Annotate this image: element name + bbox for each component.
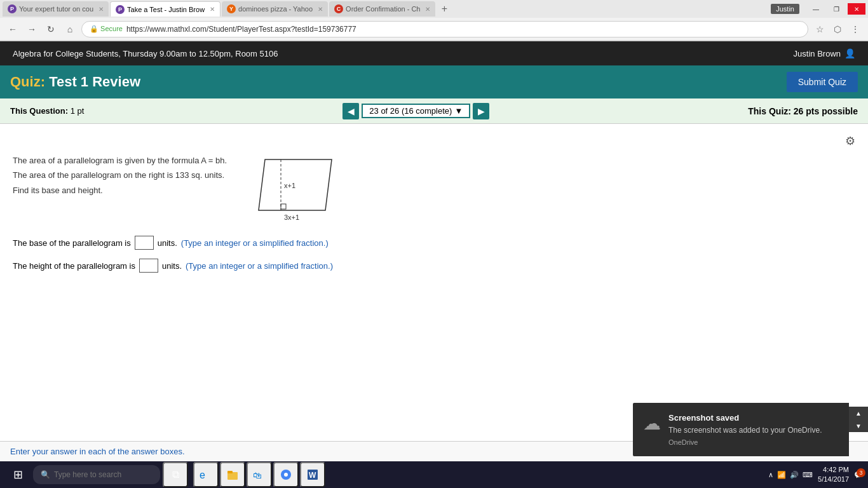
tab-3[interactable]: Y dominoes pizza - Yahoo ✕ <box>222 1 328 17</box>
nav-center: ◀ 23 of 26 (16 complete) ▼ ▶ <box>342 103 489 119</box>
question-pts-value: 1 pt <box>71 106 85 116</box>
question-line3: Find its base and height. <box>13 183 227 198</box>
base-answer-row: The base of the parallelogram is units. … <box>13 236 855 250</box>
main-content: ⚙ The area of a parallelogram is given b… <box>0 124 868 292</box>
question-indicator: 23 of 26 (16 complete) ▼ <box>362 104 470 118</box>
height-answer-prefix: The height of the parallelogram is <box>13 261 135 271</box>
url-bar[interactable]: 🔒 Secure https://www.mathxl.com/Student/… <box>81 21 808 37</box>
next-question-button[interactable]: ▶ <box>473 103 489 119</box>
tab2-close[interactable]: ✕ <box>210 6 215 13</box>
app-header: Algebra for College Students, Thursday 9… <box>0 41 868 65</box>
question-nav-bar: This Question: 1 pt ◀ 23 of 26 (16 compl… <box>0 98 868 124</box>
quiz-name: Test 1 Review <box>49 74 140 90</box>
question-indicator-text: 23 of 26 (16 complete) <box>369 106 452 116</box>
tab2-label: Take a Test - Justin Brow <box>127 6 205 13</box>
tab2-favicon: P <box>116 5 125 14</box>
height-answer-row: The height of the parallelogram is units… <box>13 259 855 273</box>
prev-question-button[interactable]: ◀ <box>342 103 359 119</box>
question-text: The area of a parallelogram is given by … <box>13 153 227 198</box>
quiz-header: Quiz: Test 1 Review Submit Quiz <box>0 65 868 98</box>
window-controls: Justin — ❐ ✕ <box>771 3 865 15</box>
parallelogram-svg: x+1 3x+1 <box>246 153 348 223</box>
dropdown-icon[interactable]: ▼ <box>454 106 463 116</box>
tab4-label: Order Confirmation - Ch <box>346 5 420 13</box>
parallelogram-figure: x+1 3x+1 <box>246 153 348 223</box>
question-area: The area of a parallelogram is given by … <box>13 153 855 223</box>
forward-button[interactable]: → <box>24 22 39 37</box>
favorites-button[interactable]: ☆ <box>812 22 827 37</box>
tab1-favicon: P <box>8 4 17 13</box>
svg-rect-2 <box>281 204 286 209</box>
maximize-button[interactable]: ❐ <box>827 3 845 15</box>
course-title: Algebra for College Students, Thursday 9… <box>13 49 278 58</box>
refresh-button[interactable]: ↻ <box>43 22 58 37</box>
height-answer-input[interactable] <box>139 259 158 273</box>
base-answer-prefix: The base of the parallelogram is <box>13 238 131 248</box>
home-button[interactable]: ⌂ <box>62 22 78 37</box>
question-line1: The area of a parallelogram is given by … <box>13 153 227 168</box>
tab-2[interactable]: P Take a Test - Justin Brow ✕ <box>110 1 220 17</box>
tab3-favicon: Y <box>227 4 236 13</box>
quiz-label: Quiz: <box>10 74 45 90</box>
tab3-label: dominoes pizza - Yahoo <box>238 5 313 13</box>
tab1-label: Your expert tutor on cou <box>19 5 93 13</box>
close-button[interactable]: ✕ <box>848 3 865 15</box>
question-points: This Question: 1 pt <box>10 106 84 116</box>
tab1-close[interactable]: ✕ <box>98 6 104 13</box>
submit-quiz-button[interactable]: Submit Quiz <box>787 72 858 92</box>
title-bar: P Your expert tutor on cou ✕ P Take a Te… <box>0 0 868 18</box>
base-answer-suffix: units. <box>158 238 177 248</box>
svg-text:3x+1: 3x+1 <box>284 214 299 221</box>
this-question-label: This Question: <box>10 106 68 116</box>
tab4-close[interactable]: ✕ <box>425 6 430 13</box>
browser-actions: ☆ ⬡ ⋮ <box>812 22 863 37</box>
username: Justin Brown <box>794 49 841 58</box>
settings-row: ⚙ <box>13 134 855 148</box>
minimize-button[interactable]: — <box>807 3 825 15</box>
settings-icon[interactable]: ⚙ <box>845 134 855 148</box>
this-quiz-label: This Quiz: <box>748 106 791 116</box>
user-info: Justin Brown 👤 <box>794 48 855 58</box>
svg-text:x+1: x+1 <box>284 182 295 189</box>
url-text: https://www.mathxl.com/Student/PlayerTes… <box>126 25 356 34</box>
height-answer-hint: (Type an integer or a simplified fractio… <box>186 261 333 271</box>
tab4-favicon: C <box>334 4 343 13</box>
menu-button[interactable]: ⋮ <box>848 22 863 37</box>
address-bar: ← → ↻ ⌂ 🔒 Secure https://www.mathxl.com/… <box>0 18 868 41</box>
tab-1[interactable]: P Your expert tutor on cou ✕ <box>3 1 109 17</box>
user-profile-button[interactable]: Justin <box>771 4 799 14</box>
new-tab-button[interactable]: + <box>437 1 452 17</box>
quiz-pts-value: 26 pts possible <box>794 106 858 116</box>
browser-chrome: P Your expert tutor on cou ✕ P Take a Te… <box>0 0 868 41</box>
quiz-total: This Quiz: 26 pts possible <box>748 106 858 116</box>
tab-4[interactable]: C Order Confirmation - Ch ✕ <box>329 1 435 17</box>
quiz-title: Quiz: Test 1 Review <box>10 74 140 90</box>
base-answer-input[interactable] <box>135 236 154 250</box>
user-icon: 👤 <box>844 48 855 58</box>
base-answer-hint: (Type an integer or a simplified fractio… <box>181 238 329 248</box>
question-line2: The area of the parallelogram on the rig… <box>13 168 227 182</box>
secure-indicator: 🔒 Secure <box>90 25 123 33</box>
height-answer-suffix: units. <box>162 261 182 271</box>
extensions-button[interactable]: ⬡ <box>830 22 845 37</box>
back-button[interactable]: ← <box>5 22 20 37</box>
tab3-close[interactable]: ✕ <box>318 6 323 13</box>
